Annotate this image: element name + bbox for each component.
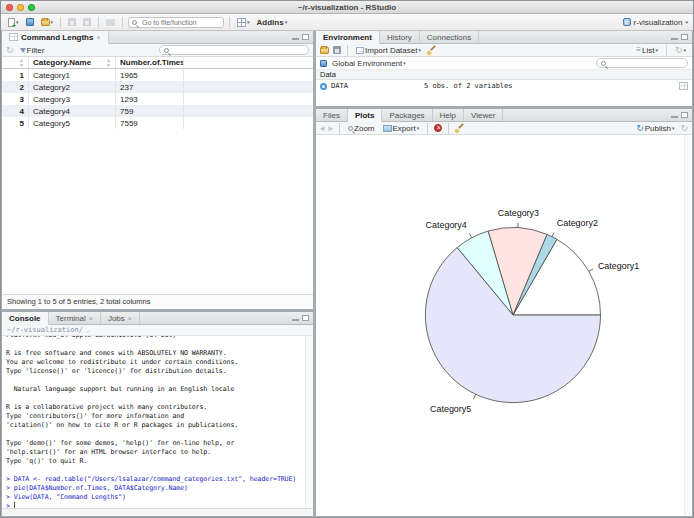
tab-command-lengths[interactable]: Command Lengths ×	[2, 31, 109, 44]
tab-terminal[interactable]: Terminal×	[49, 312, 101, 324]
minimize-pane-button[interactable]	[292, 319, 299, 321]
toolbar-separator	[339, 123, 340, 134]
tab-history[interactable]: History	[380, 31, 420, 43]
open-file-button[interactable]: ▾	[39, 18, 56, 27]
load-workspace-icon[interactable]	[320, 47, 329, 54]
close-tab-icon[interactable]: ×	[96, 34, 100, 41]
main-toolbar: ▾ ▾ ▾ Addins▾ R r-visualization ▾	[1, 14, 693, 31]
clear-plots-icon[interactable]	[455, 124, 464, 133]
minimize-pane-button[interactable]	[671, 116, 678, 118]
toolbar-separator	[666, 45, 667, 56]
tab-environment[interactable]: Environment	[316, 31, 380, 44]
tab-label: Packages	[389, 111, 424, 120]
tab-console[interactable]: Console	[2, 312, 49, 325]
clear-objects-icon[interactable]	[427, 46, 436, 55]
table-search-input[interactable]	[171, 47, 304, 54]
previous-plot-icon[interactable]: ◂	[320, 124, 325, 133]
table-row[interactable]: 4Category4759	[2, 105, 313, 117]
environment-search-box	[596, 58, 688, 68]
row-number: 3	[2, 93, 29, 105]
save-icon	[68, 18, 76, 26]
tab-files[interactable]: Files	[316, 109, 348, 121]
toolbar-separator	[98, 17, 99, 28]
project-name: r-visualization	[634, 18, 683, 27]
dropdown-caret: ▾	[418, 48, 421, 53]
panes-grid-icon	[237, 18, 246, 27]
tab-help[interactable]: Help	[433, 109, 464, 121]
tab-jobs[interactable]: Jobs×	[101, 312, 140, 324]
toolbar-separator	[122, 17, 123, 28]
environment-search-input[interactable]	[608, 60, 683, 67]
table-row[interactable]: 3Category31293	[2, 93, 313, 105]
console-output: Platform: x86_64-apple-darwin15.6.0 (64-…	[6, 336, 309, 508]
export-plot-button[interactable]: Export ▾	[381, 123, 422, 134]
minimize-window-button[interactable]	[17, 4, 24, 11]
maximize-pane-button[interactable]	[302, 315, 309, 321]
maximize-pane-button[interactable]	[681, 112, 688, 118]
close-tab-icon[interactable]: ×	[89, 315, 93, 322]
plot-vertical-scrollbar[interactable]	[684, 135, 692, 516]
new-project-button[interactable]	[24, 17, 36, 27]
console-scroll-area[interactable]: Platform: x86_64-apple-darwin15.6.0 (64-…	[2, 336, 313, 508]
tab-plots[interactable]: Plots	[348, 109, 383, 122]
column-header-category-name[interactable]: Category.Name▲▼	[29, 57, 116, 68]
tab-packages[interactable]: Packages	[382, 109, 432, 121]
refresh-environment-button[interactable]: ↻▾	[673, 45, 688, 56]
goto-file-input[interactable]	[128, 17, 224, 28]
console-prompt[interactable]: >	[6, 502, 309, 508]
toolbar-separator	[347, 45, 348, 56]
print-button[interactable]	[104, 18, 117, 27]
environment-tabbar: Environment History Connections	[316, 31, 692, 44]
view-data-icon[interactable]	[679, 82, 688, 90]
filter-button[interactable]: Filter	[18, 45, 47, 56]
minimize-pane-button[interactable]	[671, 38, 678, 40]
pie-label-category5: Category5	[430, 404, 471, 414]
save-all-button[interactable]	[81, 17, 93, 27]
working-dir-path: ~/r-visualization/	[7, 326, 83, 334]
list-view-button[interactable]: ≡ List ▾	[634, 45, 660, 56]
dropdown-caret: ▾	[403, 61, 406, 66]
table-row[interactable]: 2Category2237	[2, 81, 313, 93]
table-row[interactable]: 1Category11965	[2, 69, 313, 81]
panes-layout-button[interactable]: ▾	[235, 17, 252, 28]
scope-selector-button[interactable]: Global Environment ▾	[330, 58, 408, 69]
dropdown-caret: ▾	[672, 126, 675, 131]
plots-pane: Files Plots Packages Help Viewer ◂ ▸	[316, 109, 692, 516]
tab-label: History	[387, 33, 412, 42]
zoom-plot-button[interactable]: Zoom	[346, 123, 376, 134]
save-button[interactable]	[66, 17, 78, 27]
window-title: ~/r-visualization - RStudio	[1, 3, 693, 12]
save-workspace-icon[interactable]	[333, 46, 341, 54]
new-file-button[interactable]: ▾	[6, 17, 21, 28]
publish-button[interactable]: ↻ Publish ▾	[634, 123, 676, 134]
project-menu-button[interactable]: R r-visualization ▾	[623, 18, 688, 27]
minimize-pane-button[interactable]	[292, 38, 299, 40]
maximize-pane-button[interactable]	[302, 34, 309, 40]
remove-plot-icon[interactable]	[434, 124, 442, 132]
dropdown-caret: ▾	[16, 20, 19, 25]
console-horizontal-scrollbar[interactable]	[2, 508, 313, 516]
table-row[interactable]: 5Category57559	[2, 117, 313, 129]
left-column: Command Lengths × ↻ Filter	[2, 31, 313, 516]
zoom-window-button[interactable]	[28, 4, 35, 11]
tab-connections[interactable]: Connections	[420, 31, 479, 43]
console-vertical-scrollbar[interactable]	[305, 336, 313, 508]
refresh-icon[interactable]: ↻	[6, 46, 14, 55]
close-tab-icon[interactable]: ×	[128, 315, 132, 322]
addins-button[interactable]: Addins▾	[255, 17, 290, 28]
column-header-number-of-times[interactable]: Number.of.Times▲▼	[116, 57, 184, 68]
expand-icon[interactable]: ⇗	[86, 327, 90, 334]
environment-object-row[interactable]: DATA 5 obs. of 2 variables	[316, 80, 692, 92]
console-line	[6, 340, 309, 349]
import-dataset-button[interactable]: Import Dataset ▾	[354, 45, 423, 56]
refresh-plots-icon[interactable]: ↻	[680, 124, 688, 133]
addins-label: Addins	[257, 18, 284, 27]
cell-category-name: Category5	[29, 117, 116, 129]
next-plot-icon[interactable]: ▸	[329, 124, 334, 133]
tab-label: Plots	[355, 111, 375, 120]
list-label: List	[642, 46, 654, 55]
row-number-header[interactable]: ▲▼	[2, 57, 29, 68]
tab-viewer[interactable]: Viewer	[464, 109, 503, 121]
maximize-pane-button[interactable]	[681, 34, 688, 40]
close-window-button[interactable]	[6, 4, 13, 11]
